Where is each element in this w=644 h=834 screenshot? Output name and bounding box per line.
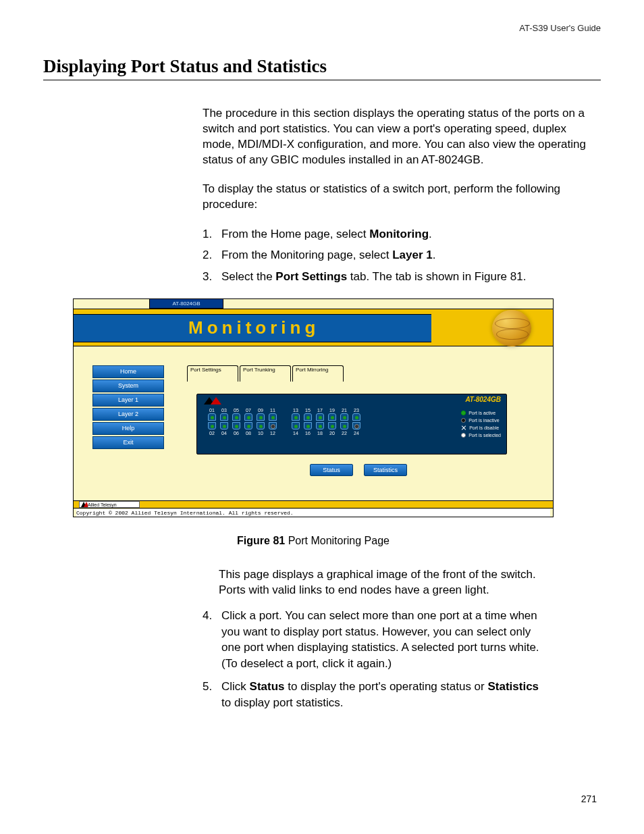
port-18[interactable] xyxy=(316,422,324,429)
switch-front-panel: AT-8024GB 010305070911131517192123 02040… xyxy=(196,394,507,454)
legend-active-icon xyxy=(461,411,466,415)
intro-paragraph: The procedure in this section displays t… xyxy=(203,106,594,168)
nav-system[interactable]: System xyxy=(92,380,164,392)
port-01[interactable] xyxy=(208,413,216,421)
brand-logo-icon xyxy=(204,397,221,405)
step-2-bold: Layer 1 xyxy=(392,249,433,261)
port-10[interactable] xyxy=(257,422,265,429)
page-banner: Monitoring xyxy=(74,309,553,346)
device-model-tab: AT-8024GB xyxy=(149,299,223,309)
nav-layer1[interactable]: Layer 1 xyxy=(92,394,164,407)
port-19[interactable] xyxy=(328,413,336,421)
port-21[interactable] xyxy=(340,413,348,421)
procedure-steps-bottom: 4. Click a port. You can select more tha… xyxy=(203,608,551,711)
port-23[interactable] xyxy=(352,413,360,421)
after-figure-paragraph: This page displays a graphical image of … xyxy=(219,567,551,598)
port-legend: Port is active Port is inactive Port is … xyxy=(461,409,501,439)
figure-caption: Figure 81 Port Monitoring Page xyxy=(73,535,554,547)
lead-in-paragraph: To display the status or statistics of a… xyxy=(203,182,594,213)
footer-logo: Allied Telesyn xyxy=(79,501,140,508)
page-number: 271 xyxy=(581,793,597,804)
port-15[interactable] xyxy=(304,413,312,421)
step-1: From the Home page, select Monitoring. xyxy=(203,226,594,242)
svg-marker-1 xyxy=(211,397,221,405)
port-numbers-bottom: 020406081012141618202224 xyxy=(208,431,360,436)
step-4: 4. Click a port. You can select more tha… xyxy=(203,608,551,672)
port-20[interactable] xyxy=(328,422,336,429)
tab-port-trunking[interactable]: Port Trunking xyxy=(240,365,291,382)
port-24[interactable] xyxy=(352,422,360,429)
footer-bar xyxy=(74,500,553,509)
nav-help[interactable]: Help xyxy=(92,422,164,435)
port-16[interactable] xyxy=(304,422,312,429)
legend-selected-icon xyxy=(461,433,466,438)
port-row-top xyxy=(208,413,360,421)
port-02[interactable] xyxy=(208,422,216,429)
running-head: AT-S39 User's Guide xyxy=(43,23,601,33)
statistics-button[interactable]: Statistics xyxy=(364,464,407,476)
tab-port-settings[interactable]: Port Settings xyxy=(187,365,238,382)
port-04[interactable] xyxy=(220,422,228,429)
port-05[interactable] xyxy=(232,413,240,421)
globe-icon xyxy=(492,310,531,346)
copyright-text: Copyright © 2002 Allied Telesyn Internat… xyxy=(76,509,550,517)
nav-home[interactable]: Home xyxy=(92,365,164,378)
port-grid: 010305070911131517192123 020406081012141… xyxy=(208,408,360,436)
step-3: Select the Port Settings tab. The tab is… xyxy=(203,269,594,285)
figure-81: AT-8024GB Monitoring Home System Layer 1… xyxy=(73,298,554,517)
port-13[interactable] xyxy=(292,413,300,421)
port-09[interactable] xyxy=(257,413,265,421)
switch-model-label: AT-8024GB xyxy=(465,396,501,403)
port-08[interactable] xyxy=(244,422,252,429)
port-11[interactable] xyxy=(269,413,277,421)
step-1-bold: Monitoring xyxy=(369,228,429,240)
port-17[interactable] xyxy=(316,413,324,421)
section-title: Displaying Port Status and Statistics xyxy=(43,56,601,80)
tab-port-mirroring[interactable]: Port Mirroring xyxy=(292,365,344,382)
port-12[interactable] xyxy=(269,422,277,429)
port-14[interactable] xyxy=(292,422,300,429)
port-06[interactable] xyxy=(232,422,240,429)
port-row-bottom xyxy=(208,422,360,429)
step-5: 5. Click Status to display the port's op… xyxy=(203,679,551,711)
status-button[interactable]: Status xyxy=(310,464,353,476)
sidebar-nav: Home System Layer 1 Layer 2 Help Exit xyxy=(92,365,164,450)
procedure-steps-top: From the Home page, select Monitoring. F… xyxy=(203,226,594,285)
legend-inactive-icon xyxy=(461,418,466,423)
port-03[interactable] xyxy=(220,413,228,421)
nav-exit[interactable]: Exit xyxy=(92,436,164,449)
step-2: From the Monitoring page, select Layer 1… xyxy=(203,247,594,263)
port-numbers-top: 010305070911131517192123 xyxy=(208,408,360,413)
step-3-bold: Port Settings xyxy=(275,270,347,283)
tab-row: Port Settings Port Trunking Port Mirrori… xyxy=(187,365,344,382)
nav-layer2[interactable]: Layer 2 xyxy=(92,408,164,421)
port-07[interactable] xyxy=(244,413,252,421)
page-title: Monitoring xyxy=(188,317,319,338)
legend-disable-icon xyxy=(461,425,466,431)
port-22[interactable] xyxy=(340,422,348,429)
